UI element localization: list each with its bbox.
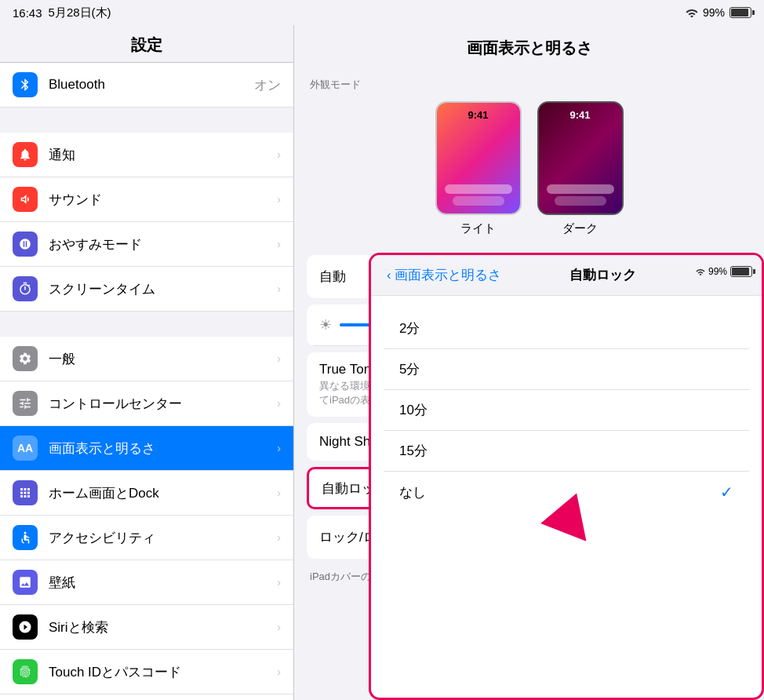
chevron-icon-2: › bbox=[277, 193, 281, 206]
sidebar-item-siri[interactable]: Siriと検索 › bbox=[0, 605, 293, 650]
wallpaper-icon bbox=[13, 570, 38, 595]
control-icon bbox=[13, 391, 38, 416]
sidebar-label-sound: サウンド bbox=[49, 191, 266, 209]
chevron-icon-12: › bbox=[277, 665, 281, 678]
sidebar-label-touchid: Touch IDとパスコード bbox=[49, 663, 266, 681]
sun-small-icon: ☀ bbox=[319, 316, 332, 334]
sound-icon bbox=[13, 187, 38, 212]
light-bar2 bbox=[453, 196, 504, 206]
popup-back-label: 画面表示と明るさ bbox=[395, 266, 501, 284]
popup-option-5min[interactable]: 5分 bbox=[384, 349, 749, 390]
wifi-icon bbox=[686, 8, 698, 17]
bluetooth-icon bbox=[13, 72, 38, 97]
chevron-icon-3: › bbox=[277, 238, 281, 250]
sidebar-label-general: 一般 bbox=[49, 350, 266, 368]
sidebar-item-display[interactable]: AA 画面表示と明るさ › bbox=[0, 426, 293, 471]
sidebar-item-bluetooth[interactable]: Bluetooth オン bbox=[0, 63, 293, 108]
dark-time: 9:41 bbox=[569, 109, 590, 121]
main-layout: 設定 Bluetooth オン 通知 › サウンド › bbox=[0, 25, 764, 700]
dark-mockup: 9:41 bbox=[537, 101, 624, 215]
dark-label: ダーク bbox=[562, 221, 598, 236]
sidebar-label-dnd: おやすみモード bbox=[49, 235, 266, 253]
popup-back-button[interactable]: ‹ 画面表示と明るさ bbox=[387, 266, 501, 284]
dnd-icon bbox=[13, 232, 38, 257]
dark-bar2 bbox=[555, 196, 606, 206]
svg-point-0 bbox=[690, 16, 693, 18]
chevron-icon-10: › bbox=[277, 576, 281, 589]
sidebar-item-touchid[interactable]: Touch IDとパスコード › bbox=[0, 650, 293, 695]
popup-header: ‹ 画面表示と明るさ 自動ロック 99% bbox=[371, 255, 762, 296]
chevron-icon-5: › bbox=[277, 352, 281, 365]
option-5min-label: 5分 bbox=[399, 360, 733, 378]
sidebar-label-bluetooth: Bluetooth bbox=[49, 77, 243, 93]
status-left: 16:43 5月28日(木) bbox=[13, 5, 111, 20]
chevron-icon-6: › bbox=[277, 397, 281, 410]
sidebar-label-home: ホーム画面とDock bbox=[49, 484, 266, 502]
accessibility-icon bbox=[13, 525, 38, 550]
chevron-icon: › bbox=[277, 148, 281, 161]
sidebar-item-battery[interactable]: バッテリー › bbox=[0, 695, 293, 700]
notification-icon bbox=[13, 142, 38, 167]
battery-percent: 99% bbox=[703, 6, 725, 19]
check-icon: ✓ bbox=[720, 483, 733, 501]
status-time: 16:43 bbox=[13, 6, 42, 20]
display-icon: AA bbox=[13, 436, 38, 461]
sidebar-item-dnd[interactable]: おやすみモード › bbox=[0, 222, 293, 267]
popup-wifi-icon bbox=[696, 268, 705, 275]
popup-options-group: 2分 5分 10分 15分 なし ✓ bbox=[384, 308, 749, 512]
back-chevron-icon: ‹ bbox=[387, 268, 391, 283]
popup-option-10min[interactable]: 10分 bbox=[384, 390, 749, 431]
sidebar-title: 設定 bbox=[0, 25, 293, 63]
status-right: 99% bbox=[686, 6, 751, 19]
dark-mode-card[interactable]: 9:41 ダーク bbox=[537, 101, 624, 236]
light-mockup: 9:41 bbox=[435, 101, 522, 215]
screentime-icon bbox=[13, 276, 38, 301]
option-none-label: なし bbox=[399, 483, 720, 501]
sidebar-item-home[interactable]: ホーム画面とDock › bbox=[0, 471, 293, 516]
general-icon bbox=[13, 346, 38, 371]
option-2min-label: 2分 bbox=[399, 319, 733, 337]
sidebar: 設定 Bluetooth オン 通知 › サウンド › bbox=[0, 25, 294, 700]
sidebar-label-accessibility: アクセシビリティ bbox=[49, 529, 266, 547]
bluetooth-value: オン bbox=[254, 76, 281, 94]
home-icon bbox=[13, 480, 38, 505]
sidebar-label-siri: Siriと検索 bbox=[49, 618, 266, 636]
sidebar-label-screentime: スクリーンタイム bbox=[49, 280, 266, 298]
sidebar-label-wallpaper: 壁紙 bbox=[49, 574, 266, 592]
content-title: 画面表示と明るさ bbox=[294, 25, 764, 71]
sidebar-item-screentime[interactable]: スクリーンタイム › bbox=[0, 267, 293, 312]
option-15min-label: 15分 bbox=[399, 442, 733, 460]
svg-point-1 bbox=[24, 532, 27, 534]
light-bar1 bbox=[445, 184, 512, 194]
sidebar-item-control[interactable]: コントロールセンター › bbox=[0, 381, 293, 426]
dark-bar1 bbox=[547, 184, 614, 194]
chevron-icon-4: › bbox=[277, 283, 281, 295]
option-10min-label: 10分 bbox=[399, 401, 733, 419]
content-area: 画面表示と明るさ 外観モード 9:41 ライト 9:41 bbox=[294, 25, 764, 700]
siri-icon bbox=[13, 614, 38, 640]
popup-battery-percent: 99% bbox=[708, 266, 727, 277]
appearance-cards: 9:41 ライト 9:41 ダーク bbox=[294, 95, 764, 249]
sidebar-item-sound[interactable]: サウンド › bbox=[0, 177, 293, 222]
autolock-popup: ‹ 画面表示と明るさ 自動ロック 99% bbox=[369, 253, 764, 700]
touchid-icon bbox=[13, 659, 38, 684]
popup-option-2min[interactable]: 2分 bbox=[384, 308, 749, 349]
sidebar-label-display: 画面表示と明るさ bbox=[49, 439, 266, 458]
chevron-icon-7: › bbox=[277, 442, 281, 454]
light-mode-card[interactable]: 9:41 ライト bbox=[435, 101, 522, 236]
status-date: 5月28日(木) bbox=[49, 5, 111, 20]
chevron-icon-11: › bbox=[277, 621, 281, 633]
chevron-icon-9: › bbox=[277, 531, 281, 544]
light-time: 9:41 bbox=[467, 109, 488, 121]
sidebar-item-accessibility[interactable]: アクセシビリティ › bbox=[0, 516, 293, 560]
popup-option-15min[interactable]: 15分 bbox=[384, 431, 749, 472]
popup-status-right: 99% bbox=[696, 266, 752, 277]
svg-point-5 bbox=[700, 274, 701, 275]
appearance-section-label: 外観モード bbox=[294, 71, 764, 95]
sidebar-item-notification[interactable]: 通知 › bbox=[0, 133, 293, 177]
status-bar: 16:43 5月28日(木) 99% bbox=[0, 0, 764, 25]
sidebar-item-wallpaper[interactable]: 壁紙 › bbox=[0, 560, 293, 605]
sidebar-item-general[interactable]: 一般 › bbox=[0, 337, 293, 381]
light-label: ライト bbox=[460, 221, 496, 236]
popup-option-none[interactable]: なし ✓ bbox=[384, 472, 749, 512]
